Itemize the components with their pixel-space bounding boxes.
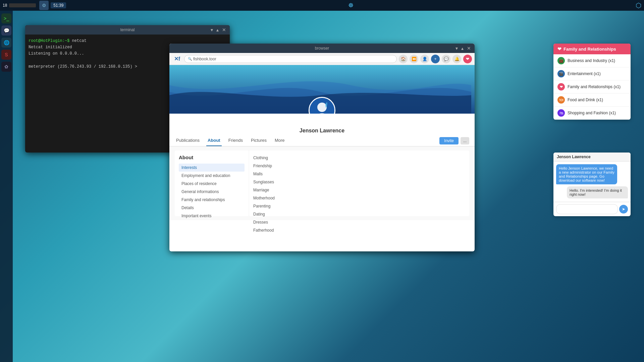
browser-title: browser (315, 46, 329, 51)
right-panel-heart-icon: ❤ (557, 46, 561, 52)
shopping-label: Shopping and Fashion (x1) (568, 111, 616, 115)
terminal-titlebar: terminal ▾ ▴ ✕ (25, 25, 230, 35)
browser-profile-btn[interactable]: 👤 (420, 55, 429, 63)
about-interests-panel: Clothing Friendship Malls Sunglasses Mar… (249, 150, 469, 216)
about-container: About Interests Employment and education… (169, 146, 475, 220)
invite-button[interactable]: Invite (439, 137, 459, 144)
browser-comment-btn[interactable]: 💬 (442, 55, 450, 63)
about-title: About (179, 155, 245, 160)
chat-input-area: ➤ (553, 202, 631, 216)
chat-messages: Hello Jenson Lawrence, we need a new adm… (553, 162, 631, 202)
browser-window-controls: ▾ ▴ ✕ (454, 46, 472, 51)
interest-fatherhood: Fatherhood (253, 227, 359, 234)
browser-close-btn[interactable]: ✕ (466, 46, 472, 51)
shopping-icon: 🛍 (557, 109, 565, 117)
tab-friends[interactable]: Friends (227, 135, 244, 146)
taskbar-number: 18 (3, 3, 7, 8)
interest-clothing: Clothing (253, 155, 359, 161)
browser-url-text: fishbook.toor (193, 57, 216, 61)
right-panel-food: 🍽 Food and Drink (x1) (553, 94, 631, 107)
browser-logo: ✕f (172, 55, 182, 63)
right-panel-entertainment: 🎬 Entertainment (x1) (553, 67, 631, 80)
sidebar-icon-dark[interactable]: ✿ (1, 62, 11, 72)
browser-minimize-btn[interactable]: ▾ (454, 46, 459, 51)
interest-sunglasses: Sunglasses (253, 179, 359, 185)
left-sidebar: >_ 💬 🌐 S ✿ (0, 11, 13, 362)
chat-message-received: Hello Jenson Lawrence, we need a new adm… (556, 164, 617, 184)
browser-url-bar[interactable]: 🔍 fishbook.toor (184, 55, 397, 63)
more-button[interactable]: ... (461, 137, 469, 144)
tab-more[interactable]: More (273, 135, 286, 146)
profile-tab-actions: Invite ... (439, 137, 469, 144)
about-nav-family[interactable]: Family and relationships (179, 196, 245, 204)
sidebar-icon-chat[interactable]: 💬 (1, 25, 11, 36)
chat-send-button[interactable]: ➤ (619, 205, 628, 214)
browser-window: browser ▾ ▴ ✕ ✕f 🔍 fishbook.toor 🏠 ⏪ 👤 +… (169, 44, 475, 251)
business-icon: 💼 (557, 57, 565, 64)
interest-marriage: Marriage (253, 187, 359, 193)
chat-header: Jenson Lawrence (553, 153, 631, 162)
profile-tabs: Publications About Friends Pictures More… (169, 135, 475, 146)
terminal-close-btn[interactable]: ✕ (221, 27, 227, 33)
about-nav-interests[interactable]: Interests (179, 164, 245, 172)
interest-dresses: Dresses (253, 219, 359, 226)
sidebar-icon-red[interactable]: S (1, 50, 11, 60)
about-left-panel: About Interests Employment and education… (175, 150, 249, 216)
sidebar-icon-globe[interactable]: 🌐 (1, 38, 11, 48)
chat-input-field[interactable] (556, 204, 618, 214)
right-panel-shopping: 🛍 Shopping and Fashion (x1) (553, 107, 631, 120)
entertainment-icon: 🎬 (557, 70, 565, 77)
tab-publications[interactable]: Publications (175, 135, 201, 146)
terminal-title: terminal (120, 27, 135, 32)
right-panel-header: ❤ Family and Relationships (553, 44, 631, 54)
about-nav-places[interactable]: Places of residence (179, 180, 245, 188)
taskbar-app-icon[interactable]: ⚙ (39, 1, 49, 10)
chat-window: Jenson Lawrence Hello Jenson Lawrence, w… (553, 153, 631, 216)
browser-add-btn[interactable]: + (431, 55, 440, 63)
browser-notif-btn[interactable]: 🔔 (452, 55, 461, 63)
about-nav-general[interactable]: General informations (179, 188, 245, 196)
interest-friendship: Friendship (253, 163, 359, 169)
chat-message-sent: Hello. I'm interested! I'm doing it righ… (567, 186, 628, 198)
tab-pictures[interactable]: Pictures (250, 135, 268, 146)
browser-heart-btn[interactable]: ❤ (463, 55, 472, 63)
about-nav-events[interactable]: Important events (179, 212, 245, 220)
right-panel-title: Family and Relationships (564, 47, 616, 52)
food-icon: 🍽 (557, 96, 565, 104)
tab-about[interactable]: About (206, 135, 222, 146)
browser-titlebar: browser ▾ ▴ ✕ (169, 44, 475, 53)
taskbar-progress-bar (9, 3, 36, 7)
terminal-minimize-btn[interactable]: ▾ (210, 27, 214, 33)
taskbar: 18 ⚙ 51:39 ☸ ⬡ (0, 0, 644, 11)
wifi-signal-icon: ⬡ (636, 1, 641, 9)
about-nav-details[interactable]: Details (179, 204, 245, 212)
interest-malls: Malls (253, 171, 359, 177)
browser-back-btn[interactable]: ⏪ (410, 55, 418, 63)
browser-maximize-btn[interactable]: ▴ (460, 46, 465, 51)
right-panel-family: ❤ Family and Relationships (x1) (553, 80, 631, 94)
family-icon: ❤ (557, 83, 565, 90)
svg-point-1 (317, 103, 327, 112)
interest-motherhood: Motherhood (253, 195, 359, 201)
profile-cover (169, 65, 475, 114)
sidebar-icon-terminal[interactable]: >_ (1, 13, 11, 23)
terminal-maximize-btn[interactable]: ▴ (215, 27, 220, 33)
profile-name: Jenson Lawrence (169, 126, 475, 135)
entertainment-label: Entertainment (x1) (568, 71, 601, 76)
browser-navbar: ✕f 🔍 fishbook.toor 🏠 ⏪ 👤 + 💬 🔔 ❤ (169, 53, 475, 65)
browser-home-btn[interactable]: 🏠 (399, 55, 408, 63)
interest-parenting: Parenting (253, 203, 359, 209)
about-nav-employment[interactable]: Employment and education (179, 172, 245, 180)
family-label: Family and Relationships (x1) (568, 84, 621, 89)
browser-actions: 🏠 ⏪ 👤 + 💬 🔔 ❤ (399, 55, 472, 63)
taskbar-time: 51:39 (51, 2, 66, 8)
interest-dating: Dating (253, 211, 359, 218)
terminal-window-controls: ▾ ▴ ✕ (210, 27, 227, 33)
food-label: Food and Drink (x1) (568, 98, 603, 102)
business-label: Business and Industry (x1) (568, 58, 615, 63)
wifi-icon: ☸ (348, 2, 354, 9)
right-interests-panel: ❤ Family and Relationships 💼 Business an… (553, 44, 631, 120)
right-panel-business: 💼 Business and Industry (x1) (553, 54, 631, 67)
